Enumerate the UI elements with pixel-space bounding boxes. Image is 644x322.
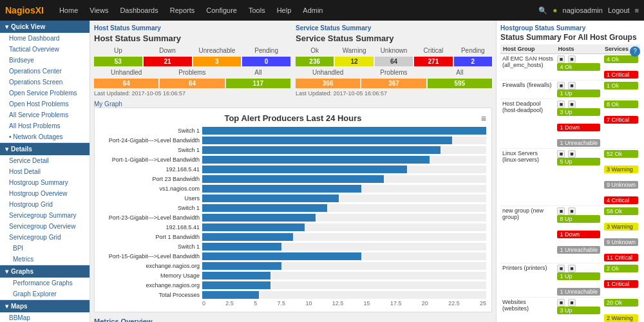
hg-list-icon[interactable]: ■ [568,207,576,215]
hg-name-cell: new group (new group) [500,206,555,263]
service-badge[interactable]: 9 Unknown [604,238,638,246]
host-badge[interactable]: 5 Up [557,158,600,166]
host-badge[interactable]: 3 Up [557,307,600,314]
hg-list-icon[interactable]: ■ [568,265,576,272]
logout-button[interactable]: Logout [608,6,630,14]
sidebar-item-operations-screen[interactable]: Operations Screen [0,77,90,88]
hg-chart-icon[interactable]: ■ [557,265,565,272]
service-badge[interactable]: 20 Ok [604,299,638,307]
menu-icon[interactable]: ≡ [635,6,639,14]
sidebar-item-all-host-problems[interactable]: All Host Problems [0,120,90,131]
host-badge[interactable]: 1 Unreachable [557,139,600,147]
service-badge[interactable]: 1 Critical [604,280,638,288]
service-badge[interactable]: 11 Critical [604,254,638,261]
hg-list-icon[interactable]: ■ [568,299,576,307]
sidebar-item-servicegroup-overview[interactable]: Servicegroup Overview [0,221,90,232]
sidebar-item-hostgroup-summary[interactable]: Hostgroup Summary [0,177,90,188]
service-badge[interactable]: 1 Critical [604,71,638,79]
svc-unknown-count[interactable]: 64 [375,57,413,66]
sidebar-item-hostgroup-overview[interactable]: Hostgroup Overview [0,188,90,199]
hg-chart-icon[interactable]: ■ [557,299,565,307]
chart-menu-icon[interactable]: ≡ [481,113,486,124]
service-badge[interactable]: 2 Ok [604,265,638,272]
host-badge[interactable]: 1 Down [557,124,600,131]
host-up-count[interactable]: 53 [94,57,142,66]
sidebar-item-servicegroup-summary[interactable]: Servicegroup Summary [0,210,90,221]
host-pending-count[interactable]: 0 [242,57,290,66]
hg-list-icon[interactable]: ■ [568,100,576,108]
hg-chart-icon[interactable]: ■ [557,207,565,215]
nav-home[interactable]: Home [54,4,83,17]
service-badge[interactable]: 3 Warning [604,166,638,173]
service-badge[interactable]: 9 Unknown [604,181,638,189]
hg-list-icon[interactable]: ■ [568,55,576,63]
sidebar-item-tactical-overview[interactable]: Tactical Overview [0,44,90,55]
mygraph-link[interactable]: My Graph [94,100,492,108]
service-badge[interactable]: 52 Ok [604,150,638,158]
host-all-count[interactable]: 117 [226,79,290,88]
svc-critical-count[interactable]: 271 [414,57,452,66]
host-badge[interactable]: 1 Up [557,90,600,97]
host-badge[interactable]: 1 Unreachable [557,246,600,254]
sidebar-item-servicegroup-grid[interactable]: Servicegroup Grid [0,232,90,243]
sidebar-item-network-outages[interactable]: Network Outages [0,131,90,142]
service-badge[interactable]: 2 Warning [604,314,638,322]
sidebar-item-operations-center[interactable]: Operations Center [0,66,90,77]
sidebar-item-home-dashboard[interactable]: Home Dashboard [0,33,90,44]
sidebar-item-graph-explorer[interactable]: Graph Explorer [0,289,90,299]
help-icon[interactable]: ? [630,46,640,57]
sidebar-item-open-host-problems[interactable]: Open Host Problems [0,99,90,109]
host-unhandled-count[interactable]: 64 [94,79,158,88]
sidebar-item-bpi[interactable]: BPI [0,243,90,254]
host-badge[interactable]: 4 Ok [557,63,600,71]
hg-chart-icon[interactable]: ■ [557,82,565,90]
sidebar-item-metrics[interactable]: Metrics [0,254,90,265]
nav-dashboards[interactable]: Dashboards [115,4,163,17]
svc-unhandled-count[interactable]: 366 [296,79,360,88]
svc-all-count[interactable]: 595 [428,79,492,88]
search-icon[interactable]: 🔍 [538,6,547,15]
service-badge[interactable]: 8 Ok [604,100,638,108]
hg-chart-icon[interactable]: ■ [557,55,565,63]
nav-views[interactable]: Views [84,4,113,17]
sidebar-item-hostgroup-grid[interactable]: Hostgroup Grid [0,199,90,210]
nav-tools[interactable]: Tools [243,4,270,17]
host-badge[interactable]: 1 Up [557,272,600,280]
sidebar-section-title-quick-view[interactable]: ▾ Quick View [0,21,90,33]
sidebar-section-title-maps[interactable]: ▾ Maps [0,300,90,312]
service-badge[interactable]: 7 Critical [604,116,638,124]
sidebar-item-performance-graphs[interactable]: Performance Graphs [0,278,90,289]
host-badge[interactable]: 1 Unreachable [557,288,600,296]
sidebar-item-bbmap[interactable]: BBMap [0,312,90,322]
svc-ok-count[interactable]: 236 [296,57,334,66]
host-badge[interactable]: 3 Up [557,108,600,116]
sidebar-section-title-graphs[interactable]: ▾ Graphs [0,265,90,278]
service-badge[interactable]: 4 Ok [604,55,638,63]
nav-help[interactable]: Help [272,4,297,17]
service-badge[interactable]: 4 Critical [604,196,638,204]
service-badge[interactable]: 3 Warning [604,223,638,231]
sidebar-item-birdseye[interactable]: Birdseye [0,55,90,66]
host-problems-count[interactable]: 64 [160,79,224,88]
host-badge[interactable]: 8 Up [557,215,600,223]
nav-admin[interactable]: Admin [298,4,328,17]
sidebar-item-all-service-problems[interactable]: All Service Problems [0,109,90,120]
nav-configure[interactable]: Configure [201,4,242,17]
svc-warning-count[interactable]: 12 [335,57,373,66]
host-down-count[interactable]: 21 [144,57,192,66]
sidebar-item-service-detail[interactable]: Service Detail [0,155,90,166]
svc-problems-count[interactable]: 367 [361,79,426,88]
hg-list-icon[interactable]: ■ [568,82,576,90]
hg-chart-icon[interactable]: ■ [557,150,565,158]
hg-list-icon[interactable]: ■ [568,150,576,158]
hg-chart-icon[interactable]: ■ [557,100,565,108]
sidebar-item-open-service-problems[interactable]: Open Service Problems [0,88,90,99]
nav-reports[interactable]: Reports [165,4,200,17]
sidebar-item-host-detail[interactable]: Host Detail [0,166,90,177]
service-badge[interactable]: 1 Ok [604,82,638,90]
service-badge[interactable]: 58 Ok [604,207,638,215]
host-unreachable-count[interactable]: 3 [193,57,242,66]
sidebar-section-title-details[interactable]: ▾ Details [0,143,90,155]
svc-pending-count[interactable]: 2 [454,57,492,66]
host-badge[interactable]: 1 Down [557,231,600,238]
